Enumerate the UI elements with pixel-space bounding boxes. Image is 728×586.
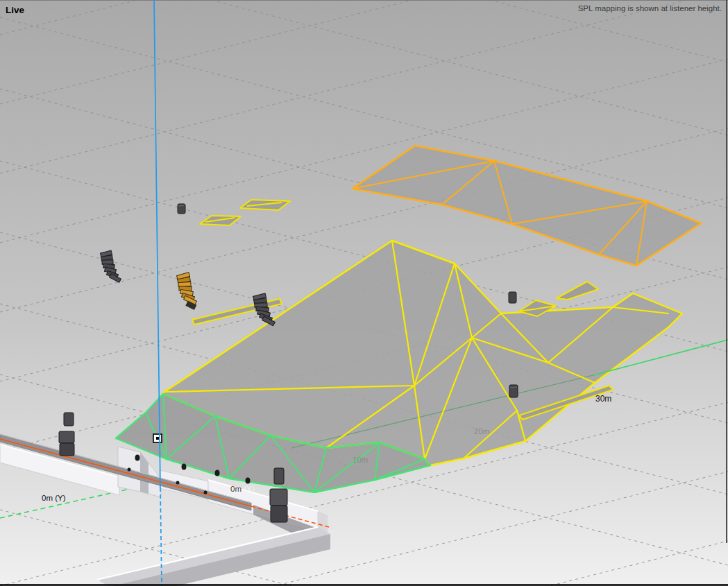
delay-speaker-mid-right[interactable] (509, 292, 516, 303)
view-mode-label: Live (6, 5, 25, 15)
spl-mapping-3d-viewport[interactable]: Live SPL mapping is shown at listener he… (0, 0, 728, 586)
spl-mapping-note: SPL mapping is shown at listener height. (578, 4, 722, 12)
axis-label-origin-y: 0m (Y) (42, 494, 66, 502)
listener-probe-marker[interactable] (153, 434, 162, 442)
distance-label-10m: 10m (353, 456, 368, 464)
scene-canvas[interactable]: Live SPL mapping is shown at listener he… (0, 0, 728, 586)
distance-label-20m: 20m (474, 427, 489, 436)
delay-speaker-upper-left[interactable] (178, 204, 185, 214)
axis-label-origin-x: 0m (X) (230, 485, 255, 493)
distance-label-30m: 30m (595, 394, 611, 404)
delay-speaker-lower-right[interactable] (509, 385, 518, 397)
